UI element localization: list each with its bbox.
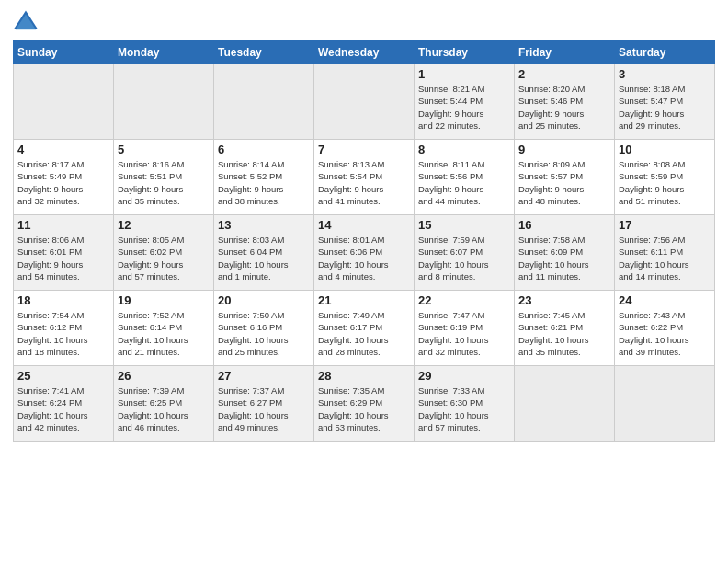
day-info: Sunrise: 8:17 AM Sunset: 5:49 PM Dayligh… [17, 158, 109, 207]
day-info: Sunrise: 7:58 AM Sunset: 6:09 PM Dayligh… [518, 234, 610, 282]
calendar-cell: 17Sunrise: 7:56 AM Sunset: 6:11 PM Dayli… [615, 215, 715, 291]
weekday-header: Saturday [615, 41, 715, 64]
day-number: 9 [518, 143, 610, 156]
calendar-cell: 4Sunrise: 8:17 AM Sunset: 5:49 PM Daylig… [14, 140, 114, 215]
page: SundayMondayTuesdayWednesdayThursdayFrid… [0, 0, 728, 563]
calendar-cell [14, 64, 114, 140]
calendar-cell [314, 64, 415, 140]
day-number: 1 [418, 67, 510, 81]
day-number: 17 [619, 218, 711, 232]
calendar-cell: 13Sunrise: 8:03 AM Sunset: 6:04 PM Dayli… [214, 215, 314, 291]
calendar-cell: 19Sunrise: 7:52 AM Sunset: 6:14 PM Dayli… [114, 291, 214, 366]
day-number: 8 [418, 143, 510, 156]
day-number: 27 [218, 369, 310, 383]
calendar-cell [615, 366, 715, 442]
day-number: 21 [318, 293, 410, 307]
calendar-cell: 15Sunrise: 7:59 AM Sunset: 6:07 PM Dayli… [415, 215, 515, 291]
day-info: Sunrise: 7:47 AM Sunset: 6:19 PM Dayligh… [418, 309, 510, 358]
calendar-cell: 29Sunrise: 7:33 AM Sunset: 6:30 PM Dayli… [415, 366, 515, 442]
day-number: 11 [17, 218, 109, 232]
day-info: Sunrise: 8:06 AM Sunset: 6:01 PM Dayligh… [17, 234, 109, 282]
weekday-header: Friday [515, 41, 615, 64]
weekday-header: Thursday [415, 41, 515, 64]
day-info: Sunrise: 8:20 AM Sunset: 5:46 PM Dayligh… [518, 83, 610, 132]
day-number: 22 [418, 293, 510, 307]
calendar-cell: 23Sunrise: 7:45 AM Sunset: 6:21 PM Dayli… [515, 291, 615, 366]
day-info: Sunrise: 7:39 AM Sunset: 6:25 PM Dayligh… [118, 385, 210, 433]
calendar-cell: 5Sunrise: 8:16 AM Sunset: 5:51 PM Daylig… [114, 140, 214, 215]
day-number: 12 [118, 218, 210, 232]
day-info: Sunrise: 8:09 AM Sunset: 5:57 PM Dayligh… [518, 158, 610, 207]
day-number: 6 [218, 143, 310, 156]
calendar-cell: 6Sunrise: 8:14 AM Sunset: 5:52 PM Daylig… [214, 140, 314, 215]
calendar-cell: 8Sunrise: 8:11 AM Sunset: 5:56 PM Daylig… [415, 140, 515, 215]
day-number: 28 [318, 369, 410, 383]
calendar-cell: 27Sunrise: 7:37 AM Sunset: 6:27 PM Dayli… [214, 366, 314, 442]
day-info: Sunrise: 8:01 AM Sunset: 6:06 PM Dayligh… [318, 234, 410, 282]
logo [13, 9, 42, 35]
calendar-cell: 26Sunrise: 7:39 AM Sunset: 6:25 PM Dayli… [114, 366, 214, 442]
calendar-cell: 22Sunrise: 7:47 AM Sunset: 6:19 PM Dayli… [415, 291, 515, 366]
calendar-cell: 20Sunrise: 7:50 AM Sunset: 6:16 PM Dayli… [214, 291, 314, 366]
day-info: Sunrise: 8:05 AM Sunset: 6:02 PM Dayligh… [118, 234, 210, 282]
day-number: 24 [619, 293, 711, 307]
day-info: Sunrise: 7:50 AM Sunset: 6:16 PM Dayligh… [218, 309, 310, 358]
day-number: 19 [118, 293, 210, 307]
day-info: Sunrise: 7:45 AM Sunset: 6:21 PM Dayligh… [518, 309, 610, 358]
calendar-week-row: 18Sunrise: 7:54 AM Sunset: 6:12 PM Dayli… [14, 291, 715, 366]
day-number: 13 [218, 218, 310, 232]
calendar-cell: 12Sunrise: 8:05 AM Sunset: 6:02 PM Dayli… [114, 215, 214, 291]
calendar: SundayMondayTuesdayWednesdayThursdayFrid… [13, 40, 715, 442]
day-info: Sunrise: 7:54 AM Sunset: 6:12 PM Dayligh… [17, 309, 109, 358]
logo-icon [13, 9, 39, 35]
calendar-cell: 16Sunrise: 7:58 AM Sunset: 6:09 PM Dayli… [515, 215, 615, 291]
day-number: 26 [118, 369, 210, 383]
day-info: Sunrise: 8:16 AM Sunset: 5:51 PM Dayligh… [118, 158, 210, 207]
day-info: Sunrise: 7:59 AM Sunset: 6:07 PM Dayligh… [418, 234, 510, 282]
calendar-cell [515, 366, 615, 442]
calendar-cell [214, 64, 314, 140]
day-number: 23 [518, 293, 610, 307]
day-number: 18 [17, 293, 109, 307]
calendar-cell: 25Sunrise: 7:41 AM Sunset: 6:24 PM Dayli… [14, 366, 114, 442]
day-info: Sunrise: 7:43 AM Sunset: 6:22 PM Dayligh… [619, 309, 711, 358]
day-number: 10 [619, 143, 711, 156]
calendar-cell: 10Sunrise: 8:08 AM Sunset: 5:59 PM Dayli… [615, 140, 715, 215]
day-info: Sunrise: 8:03 AM Sunset: 6:04 PM Dayligh… [218, 234, 310, 282]
day-info: Sunrise: 8:11 AM Sunset: 5:56 PM Dayligh… [418, 158, 510, 207]
day-info: Sunrise: 8:14 AM Sunset: 5:52 PM Dayligh… [218, 158, 310, 207]
calendar-week-row: 1Sunrise: 8:21 AM Sunset: 5:44 PM Daylig… [14, 64, 715, 140]
weekday-header: Wednesday [314, 41, 415, 64]
calendar-cell: 2Sunrise: 8:20 AM Sunset: 5:46 PM Daylig… [515, 64, 615, 140]
day-info: Sunrise: 8:21 AM Sunset: 5:44 PM Dayligh… [418, 83, 510, 132]
calendar-week-row: 4Sunrise: 8:17 AM Sunset: 5:49 PM Daylig… [14, 140, 715, 215]
day-info: Sunrise: 7:37 AM Sunset: 6:27 PM Dayligh… [218, 385, 310, 433]
header [13, 9, 715, 35]
day-info: Sunrise: 8:13 AM Sunset: 5:54 PM Dayligh… [318, 158, 410, 207]
day-info: Sunrise: 7:35 AM Sunset: 6:29 PM Dayligh… [318, 385, 410, 433]
day-number: 5 [118, 143, 210, 156]
day-info: Sunrise: 8:18 AM Sunset: 5:47 PM Dayligh… [619, 83, 711, 132]
day-number: 4 [17, 143, 109, 156]
calendar-cell: 21Sunrise: 7:49 AM Sunset: 6:17 PM Dayli… [314, 291, 415, 366]
calendar-cell: 28Sunrise: 7:35 AM Sunset: 6:29 PM Dayli… [314, 366, 415, 442]
day-number: 3 [619, 67, 711, 81]
weekday-header: Tuesday [214, 41, 314, 64]
weekday-header: Monday [114, 41, 214, 64]
day-number: 2 [518, 67, 610, 81]
day-number: 25 [17, 369, 109, 383]
calendar-cell: 9Sunrise: 8:09 AM Sunset: 5:57 PM Daylig… [515, 140, 615, 215]
calendar-header-row: SundayMondayTuesdayWednesdayThursdayFrid… [14, 41, 715, 64]
day-info: Sunrise: 7:49 AM Sunset: 6:17 PM Dayligh… [318, 309, 410, 358]
calendar-week-row: 25Sunrise: 7:41 AM Sunset: 6:24 PM Dayli… [14, 366, 715, 442]
calendar-cell: 11Sunrise: 8:06 AM Sunset: 6:01 PM Dayli… [14, 215, 114, 291]
calendar-cell [114, 64, 214, 140]
calendar-cell: 1Sunrise: 8:21 AM Sunset: 5:44 PM Daylig… [415, 64, 515, 140]
day-info: Sunrise: 7:41 AM Sunset: 6:24 PM Dayligh… [17, 385, 109, 433]
calendar-cell: 14Sunrise: 8:01 AM Sunset: 6:06 PM Dayli… [314, 215, 415, 291]
calendar-cell: 24Sunrise: 7:43 AM Sunset: 6:22 PM Dayli… [615, 291, 715, 366]
day-number: 15 [418, 218, 510, 232]
day-info: Sunrise: 7:33 AM Sunset: 6:30 PM Dayligh… [418, 385, 510, 433]
day-number: 29 [418, 369, 510, 383]
day-info: Sunrise: 7:56 AM Sunset: 6:11 PM Dayligh… [619, 234, 711, 282]
